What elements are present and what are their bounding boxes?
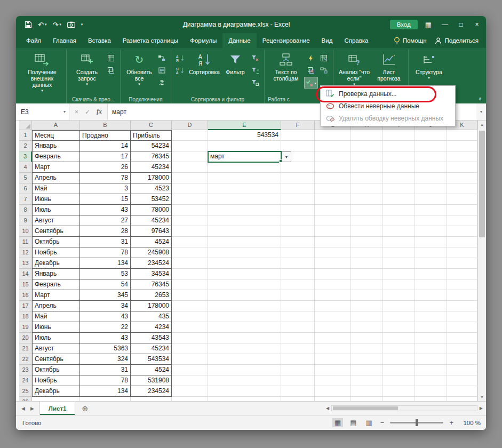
cell-F16[interactable] [281, 290, 315, 301]
cell-D18[interactable] [172, 311, 208, 322]
sort-ascending-button[interactable]: АЯ [174, 53, 187, 63]
cell-E20[interactable] [208, 333, 281, 343]
cell-D14[interactable] [172, 269, 208, 279]
refresh-all-button[interactable]: ↻ Обновить все ▾ [123, 51, 155, 86]
cell-G1[interactable] [315, 130, 351, 141]
row-header-18[interactable]: 18 [19, 311, 32, 322]
menu-item-0[interactable]: Проверка данных... [321, 87, 455, 100]
new-query-button[interactable]: Создать запрос ▾ [69, 51, 105, 86]
cell-A10[interactable]: Сентябрь [32, 226, 80, 237]
ribbon-tab-1[interactable]: Главная [47, 33, 82, 48]
cell-H11[interactable] [351, 237, 383, 247]
cell-B22[interactable]: 324 [80, 354, 131, 365]
cell-J21[interactable] [415, 343, 447, 354]
cell-A7[interactable]: Июнь [32, 194, 80, 205]
cell-J12[interactable] [415, 247, 447, 258]
scroll-up-icon[interactable]: ▲ [480, 121, 484, 129]
cell-B5[interactable]: 78 [80, 173, 131, 183]
cell-E23[interactable] [208, 365, 281, 375]
cell-H8[interactable] [351, 205, 383, 215]
row-header-5[interactable]: 5 [19, 173, 32, 183]
cell-E11[interactable] [208, 237, 281, 247]
cell-J4[interactable] [415, 162, 447, 173]
cell-A13[interactable]: Декабрь [32, 258, 80, 269]
cell-F13[interactable] [281, 258, 315, 269]
cell-K22[interactable] [447, 354, 477, 365]
cell-J9[interactable] [415, 215, 447, 226]
cell-G26[interactable] [315, 397, 351, 401]
cell-C25[interactable]: 234524 [131, 386, 172, 397]
cell-F15[interactable] [281, 279, 315, 290]
cell-I26[interactable] [383, 397, 415, 401]
insert-function-button[interactable]: fx [97, 108, 102, 116]
column-header-B[interactable]: B [80, 121, 131, 130]
cell-K24[interactable] [447, 375, 477, 386]
cell-J5[interactable] [415, 173, 447, 183]
cell-D10[interactable] [172, 226, 208, 237]
cell-E14[interactable] [208, 269, 281, 279]
cell-B26[interactable] [80, 397, 131, 401]
sheet-next-button[interactable]: ▶ [30, 406, 34, 411]
cell-D22[interactable] [172, 354, 208, 365]
cell-B8[interactable]: 43 [80, 205, 131, 215]
cell-B18[interactable]: 43 [80, 311, 131, 322]
cell-F9[interactable] [281, 215, 315, 226]
column-header-D[interactable]: D [172, 121, 208, 130]
fill-handle[interactable] [279, 159, 282, 163]
row-header-24[interactable]: 24 [19, 375, 32, 386]
cell-G5[interactable] [315, 173, 351, 183]
cell-G20[interactable] [315, 333, 351, 343]
cell-G17[interactable] [315, 301, 351, 311]
cell-E22[interactable] [208, 354, 281, 365]
cell-K20[interactable] [447, 333, 477, 343]
column-header-F[interactable]: F [281, 121, 315, 130]
cell-A14[interactable]: Январь [32, 269, 80, 279]
cell-B4[interactable]: 26 [80, 162, 131, 173]
cell-K15[interactable] [447, 279, 477, 290]
cell-B21[interactable]: 5363 [80, 343, 131, 354]
cell-G3[interactable] [315, 151, 351, 162]
cell-H5[interactable] [351, 173, 383, 183]
cell-G14[interactable] [315, 269, 351, 279]
cell-C17[interactable]: 178000 [131, 301, 172, 311]
cell-J25[interactable] [415, 386, 447, 397]
cell-B15[interactable]: 54 [80, 279, 131, 290]
cell-E18[interactable] [208, 311, 281, 322]
enter-button[interactable]: ✓ [85, 108, 90, 116]
cell-D16[interactable] [172, 290, 208, 301]
cell-I16[interactable] [383, 290, 415, 301]
cell-J23[interactable] [415, 365, 447, 375]
cell-A22[interactable]: Сентябрь [32, 354, 80, 365]
cell-D5[interactable] [172, 173, 208, 183]
row-header-7[interactable]: 7 [19, 194, 32, 205]
sort-button[interactable]: АЯ Сортировка [187, 51, 222, 75]
cell-I1[interactable] [383, 130, 415, 141]
cell-H4[interactable] [351, 162, 383, 173]
cell-H17[interactable] [351, 301, 383, 311]
row-header-3[interactable]: 3 [19, 151, 32, 162]
cell-D26[interactable] [172, 397, 208, 401]
cell-F24[interactable] [281, 375, 315, 386]
cell-D9[interactable] [172, 215, 208, 226]
row-header-9[interactable]: 9 [19, 215, 32, 226]
cell-G7[interactable] [315, 194, 351, 205]
cell-A5[interactable]: Апрель [32, 173, 80, 183]
vertical-scroll-thumb[interactable] [479, 131, 485, 237]
cell-I23[interactable] [383, 365, 415, 375]
camera-button[interactable] [67, 21, 75, 28]
cell-I10[interactable] [383, 226, 415, 237]
cell-I4[interactable] [383, 162, 415, 173]
cell-A16[interactable]: Март [32, 290, 80, 301]
collapse-ribbon-button[interactable]: ∧ [478, 96, 482, 101]
cell-E25[interactable] [208, 386, 281, 397]
cell-H14[interactable] [351, 269, 383, 279]
cell-E10[interactable] [208, 226, 281, 237]
cell-D19[interactable] [172, 322, 208, 333]
normal-view-button[interactable]: ▦ [332, 418, 343, 427]
ribbon-tab-3[interactable]: Разметка страницы [117, 33, 184, 48]
consolidate-button[interactable] [317, 53, 330, 63]
cell-F6[interactable] [281, 183, 315, 194]
cell-H10[interactable] [351, 226, 383, 237]
cell-E17[interactable] [208, 301, 281, 311]
cell-B24[interactable]: 78 [80, 375, 131, 386]
